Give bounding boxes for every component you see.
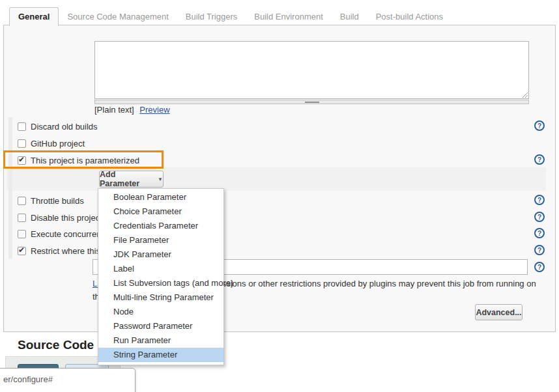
dropdown-item-credentials-parameter[interactable]: Credentials Parameter	[98, 219, 223, 233]
restrict-where-run-checkbox[interactable]	[18, 247, 26, 255]
throttle-builds-label: Throttle builds	[31, 196, 84, 206]
grip-icon	[305, 102, 319, 103]
description-textarea[interactable]	[94, 41, 529, 99]
discard-old-builds-checkbox[interactable]	[18, 122, 26, 131]
dropdown-item-multiline-string-parameter[interactable]: Multi-line String Parameter	[98, 290, 223, 305]
help-icon[interactable]: ?	[534, 195, 545, 205]
parameters-section	[7, 167, 546, 191]
add-parameter-label: Add Parameter	[100, 170, 154, 188]
tab-build-triggers[interactable]: Build Triggers	[177, 8, 246, 26]
help-icon[interactable]: ?	[534, 262, 545, 272]
add-parameter-button[interactable]: Add Parameter ▼	[99, 171, 164, 188]
github-project-label: GitHub project	[31, 139, 85, 148]
row-gutter	[8, 117, 12, 259]
caret-down-icon: ▼	[158, 176, 163, 182]
tab-post-build-actions[interactable]: Post-build Actions	[367, 8, 452, 26]
dropdown-item-string-parameter[interactable]: String Parameter	[98, 348, 223, 362]
tab-bar: General Source Code Management Build Tri…	[9, 7, 452, 26]
execute-concurrent-checkbox[interactable]	[18, 230, 26, 238]
github-project-checkbox[interactable]	[18, 139, 26, 148]
dropdown-item-label[interactable]: Label	[98, 262, 223, 276]
dropdown-item-run-parameter[interactable]: Run Parameter	[98, 333, 223, 348]
dropdown-item-node[interactable]: Node	[98, 305, 223, 319]
discard-old-builds-label: Discard old builds	[31, 122, 98, 132]
add-parameter-dropdown-menu: Boolean Parameter Choice Parameter Crede…	[98, 188, 224, 365]
advanced-button[interactable]: Advanced...	[475, 304, 523, 320]
textarea-drag-handle[interactable]	[94, 100, 529, 104]
parameterized-checkbox[interactable]	[18, 156, 26, 165]
help-icon[interactable]: ?	[534, 154, 545, 165]
help-icon[interactable]: ?	[534, 120, 545, 131]
preview-link[interactable]: Preview	[139, 105, 169, 115]
parameterized-label: This project is parameterized	[31, 156, 139, 165]
tab-general[interactable]: General	[9, 7, 59, 26]
dropdown-item-password-parameter[interactable]: Password Parameter	[98, 319, 223, 333]
dropdown-item-boolean-parameter[interactable]: Boolean Parameter	[98, 190, 223, 204]
help-icon[interactable]: ?	[534, 212, 545, 222]
dropdown-item-choice-parameter[interactable]: Choice Parameter	[98, 204, 223, 219]
status-bar: er/configure#	[0, 368, 136, 392]
disable-project-label: Disable this project	[31, 213, 102, 223]
dropdown-item-jdk-parameter[interactable]: JDK Parameter	[98, 247, 223, 262]
tab-build-environment[interactable]: Build Environment	[246, 8, 332, 26]
dropdown-item-file-parameter[interactable]: File Parameter	[98, 233, 223, 247]
disable-project-checkbox[interactable]	[18, 214, 26, 222]
tab-build[interactable]: Build	[332, 8, 367, 26]
tab-source-code-management[interactable]: Source Code Management	[59, 8, 177, 26]
throttle-builds-checkbox[interactable]	[18, 197, 26, 205]
help-icon[interactable]: ?	[534, 245, 545, 255]
plain-text-label: [Plain text]	[94, 105, 134, 115]
help-icon[interactable]: ?	[534, 228, 545, 238]
dropdown-item-list-subversion-tags[interactable]: List Subversion tags (and more)	[98, 276, 223, 290]
